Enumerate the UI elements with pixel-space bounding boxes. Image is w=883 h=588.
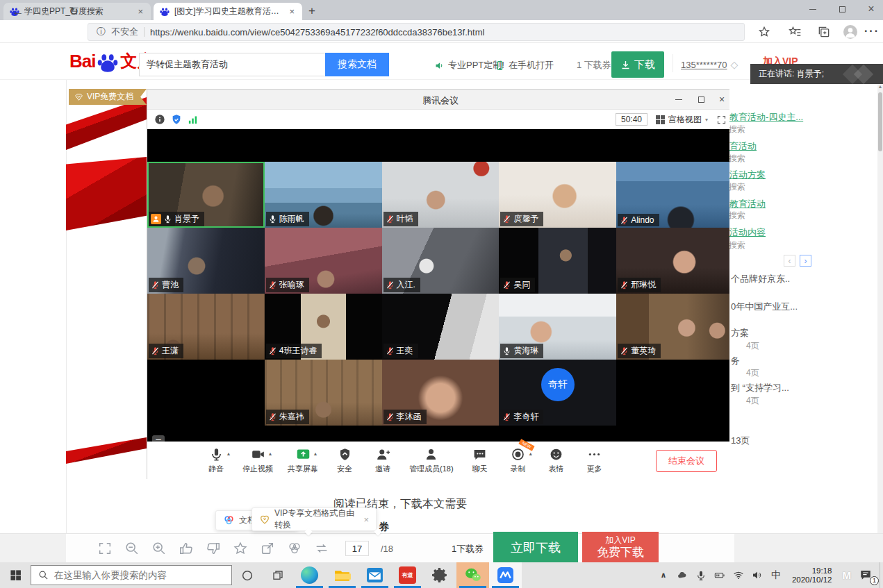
wenku-search-input[interactable] xyxy=(139,53,325,76)
sidebar-related-item[interactable]: 个品牌好京东.. xyxy=(731,273,790,285)
speaker-icon[interactable] xyxy=(752,570,763,581)
wifi-icon[interactable] xyxy=(733,570,744,581)
expand-icon[interactable] xyxy=(97,541,113,556)
favorite-star-icon[interactable] xyxy=(757,25,771,39)
download-now-button[interactable]: 立即下载 xyxy=(493,532,578,563)
participant-tile-limuhan[interactable]: 李沐函 xyxy=(382,360,500,426)
sidebar-related-item[interactable]: 务 xyxy=(731,355,740,367)
meeting-tool-member[interactable]: 管理成员(18) xyxy=(409,447,454,474)
open-mobile-link[interactable]: 在手机打开 xyxy=(495,59,554,72)
swap-icon[interactable] xyxy=(314,541,329,556)
show-desktop-strip[interactable] xyxy=(880,562,883,588)
sidebar-link[interactable]: 育活动 xyxy=(729,140,757,153)
layout-toggle-icon[interactable]: ☰ xyxy=(152,435,165,442)
participant-tile-empty[interactable] xyxy=(616,360,734,426)
participant-tile-caochi[interactable]: 曹池 xyxy=(147,228,265,294)
participant-tile-alindo[interactable]: Alindo xyxy=(616,162,734,228)
forward-icon[interactable] xyxy=(260,541,275,556)
meeting-tool-chat[interactable]: 聊天 xyxy=(468,447,492,474)
taskbar-app-wechat[interactable] xyxy=(456,562,489,588)
sidebar-link[interactable]: 活动方案 xyxy=(729,169,766,181)
meeting-tool-cam[interactable]: ▲停止视频 xyxy=(242,447,273,474)
header-download-button[interactable]: 下载 xyxy=(611,51,664,78)
end-meeting-button[interactable]: 结束会议 xyxy=(656,450,717,472)
taskbar-search-box[interactable] xyxy=(31,565,232,585)
participant-tile-tuoxinyu[interactable]: 庹馨予 xyxy=(499,162,616,228)
scrollbar-thumb[interactable] xyxy=(878,92,882,151)
pagination-prev-button[interactable]: ‹ xyxy=(784,255,795,267)
participant-tile-zhujiawei[interactable]: 朱嘉祎 xyxy=(265,360,382,426)
wenku-search-button[interactable]: 搜索文档 xyxy=(325,53,389,76)
sidebar-related-item[interactable]: 13页 xyxy=(731,435,750,447)
participant-tile-yetao[interactable]: 叶韬 xyxy=(382,162,500,228)
pagination-next-button[interactable]: › xyxy=(800,255,811,267)
dislike-icon[interactable] xyxy=(206,541,221,556)
like-icon[interactable] xyxy=(179,541,194,556)
tab-close-icon[interactable]: × xyxy=(136,6,145,17)
participant-tile-rujiang[interactable]: 入江. xyxy=(382,228,500,294)
convert-icon[interactable] xyxy=(287,541,302,556)
participant-tile-huanghailin[interactable]: 黄海琳 xyxy=(499,294,616,360)
meeting-shield-icon[interactable] xyxy=(171,114,182,125)
meeting-tool-record[interactable]: NEW▲录制 xyxy=(506,447,530,474)
tab-close-icon[interactable]: × xyxy=(288,6,296,17)
participant-tile-xinglinyue[interactable]: 邢琳悦 xyxy=(616,228,734,294)
taskbar-app-settings[interactable] xyxy=(424,562,456,588)
window-restore-button[interactable] xyxy=(828,0,856,18)
new-tab-button[interactable]: + xyxy=(308,4,315,18)
participant-tile-chenyufan[interactable]: 陈雨帆 xyxy=(265,162,382,228)
chevron-up-icon[interactable]: ∧ xyxy=(658,570,669,581)
join-vip-download-button[interactable]: 加入VIP 免费下载 xyxy=(582,532,659,563)
participant-tile-wangyi[interactable]: 王奕 xyxy=(382,294,500,360)
collections-icon[interactable] xyxy=(817,25,831,39)
window-minimize-button[interactable] xyxy=(799,0,827,18)
vip-free-doc-badge[interactable]: VIP免费文档 xyxy=(69,89,147,105)
meeting-maximize-button[interactable] xyxy=(691,90,711,109)
participant-tile-zhangyuzhuo[interactable]: 张喻琢 xyxy=(265,228,382,294)
task-view-button[interactable] xyxy=(263,562,293,588)
taskbar-clock[interactable]: 19:182020/10/12 xyxy=(789,566,835,585)
sidebar-related-item[interactable]: 到 “支持学习... xyxy=(731,382,789,394)
browser-menu-icon[interactable]: ··· xyxy=(864,25,878,39)
zoomin-icon[interactable] xyxy=(151,541,167,556)
forward-button[interactable]: → xyxy=(36,2,56,21)
participant-tile-wangxiao[interactable]: 王潇 xyxy=(147,294,265,360)
back-button[interactable]: ← xyxy=(8,2,28,21)
participant-tile-dongyingqi[interactable]: 董英琦 xyxy=(616,294,734,360)
address-bar[interactable]: ⓘ 不安全 https://wenku.baidu.com/view/ce504… xyxy=(88,23,745,41)
meeting-tool-shield[interactable]: 安全 xyxy=(333,447,356,474)
taskbar-app-mail[interactable] xyxy=(358,562,391,588)
star-icon[interactable] xyxy=(233,541,248,556)
browser-tab-2[interactable]: [图文]学习四史主题教育活动-四... × xyxy=(154,3,302,20)
onedrive-cloud-icon[interactable] xyxy=(677,570,688,581)
network-signal-icon[interactable] xyxy=(188,115,198,124)
sidebar-link[interactable]: 活动内容 xyxy=(729,226,766,239)
taskbar-app-edge[interactable] xyxy=(293,562,326,588)
meeting-tool-share[interactable]: ▲共享屏幕 xyxy=(288,447,318,474)
vip-convert-tooltip[interactable]: VIP专享文档格式自由转换 × xyxy=(251,507,377,531)
tooltip-close-icon[interactable]: × xyxy=(363,514,369,525)
meeting-info-icon[interactable] xyxy=(154,114,165,125)
meeting-tool-emoji[interactable]: 表情 xyxy=(545,447,568,474)
microphone-tray-icon[interactable] xyxy=(695,570,707,581)
meeting-minimize-button[interactable] xyxy=(668,90,689,109)
refresh-button[interactable]: ↻ xyxy=(64,2,83,21)
zoomout-icon[interactable] xyxy=(124,541,140,556)
window-close-button[interactable]: × xyxy=(857,0,883,18)
account-phone-link[interactable]: 135******70 ◇ xyxy=(681,59,738,70)
sidebar-related-item[interactable]: 0年中国产业互... xyxy=(731,301,798,313)
sidebar-related-item[interactable]: 方案 xyxy=(731,327,749,339)
battery-icon[interactable] xyxy=(714,570,725,581)
ppt-custom-link[interactable]: 专业PPT定制! xyxy=(434,59,504,72)
fullscreen-icon[interactable] xyxy=(716,115,727,125)
ime-indicator[interactable]: 中 xyxy=(770,570,782,581)
page-number-input[interactable]: 17 xyxy=(345,541,369,556)
taskbar-app-youdao[interactable]: 有道 xyxy=(391,562,424,588)
cortana-button[interactable] xyxy=(232,562,263,588)
meeting-tray-icon[interactable]: M xyxy=(843,569,852,581)
scrollbar-up-icon[interactable]: ▲ xyxy=(877,84,883,89)
meeting-tool-invite[interactable]: 邀请 xyxy=(371,447,395,474)
sidebar-link[interactable]: 教育活动 xyxy=(729,198,766,210)
meeting-tool-more[interactable]: 更多 xyxy=(583,447,606,474)
meeting-titlebar[interactable]: 腾讯会议 × xyxy=(147,90,734,110)
